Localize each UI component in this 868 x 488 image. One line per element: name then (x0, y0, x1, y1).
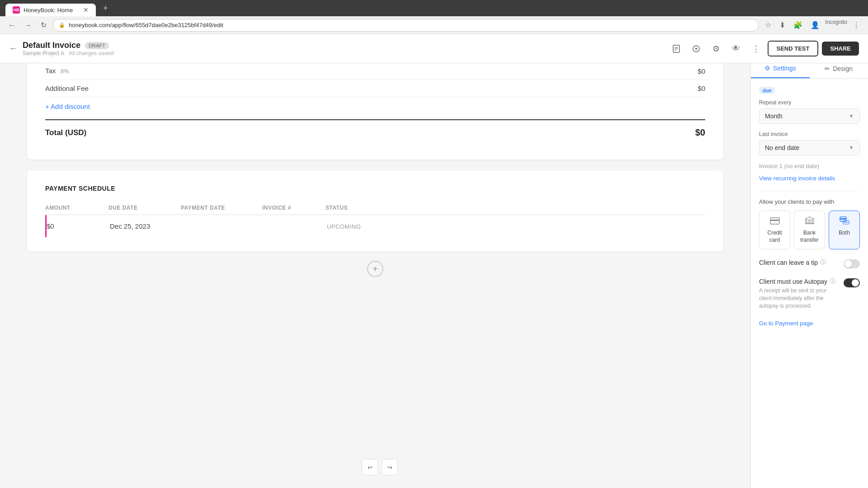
client-autopay-label-area: Client must use Autopay ⓘ A receipt will… (759, 277, 838, 310)
refresh-nav-btn[interactable]: ↻ (38, 19, 49, 31)
col-amount: AMOUNT (45, 205, 108, 211)
toggle-knob-autopay (852, 279, 859, 286)
last-invoice-value: No end date (765, 144, 799, 151)
add-section-button[interactable]: + (367, 261, 383, 277)
fees-section: Tax 8% $0 Additional Fee $0 + Add discou… (45, 62, 705, 145)
payment-option-bank-transfer[interactable]: Bank transfer (794, 211, 825, 249)
table-row: $0 Dec 25, 2023 UPCOMING (45, 215, 705, 237)
last-invoice-select[interactable]: No end date ▼ (759, 140, 860, 155)
both-icon (840, 216, 849, 227)
client-tip-row: Client can leave a tip ⓘ (759, 258, 860, 268)
client-autopay-toggle[interactable] (844, 278, 860, 287)
right-panel: × Invoice ⋯ ⚙ Settings ✏ Design due Repe… (750, 34, 868, 488)
credit-card-label: Credit card (763, 230, 786, 244)
extension-btn[interactable]: 🧩 (791, 19, 805, 31)
go-to-payment-link[interactable]: Go to Payment page (759, 320, 813, 327)
back-button[interactable]: ← (9, 44, 17, 53)
client-tip-label-area: Client can leave a tip ⓘ (759, 258, 838, 266)
design-tab-label: Design (833, 65, 853, 72)
repeat-every-select[interactable]: Month ▼ (759, 108, 860, 124)
client-autopay-row: Client must use Autopay ⓘ A receipt will… (759, 277, 860, 310)
col-invoice-num: INVOICE # (262, 205, 326, 211)
doc-subtitle: Sample Project A (23, 50, 64, 56)
incognito-label: Incognito (825, 19, 847, 31)
col-payment-date: PAYMENT DATE (181, 205, 262, 211)
client-tip-label: Client can leave a tip ⓘ (759, 258, 838, 266)
col-status: STATUS (326, 205, 705, 211)
row-amount: $0 (47, 222, 110, 230)
saved-text: All changes saved! (69, 50, 114, 56)
svg-rect-8 (809, 220, 810, 223)
settings-tab-label: Settings (773, 65, 796, 72)
add-discount-button[interactable]: + Add discount (45, 103, 90, 110)
tax-percent: 8% (61, 68, 69, 75)
invoice-fees-card: Tax 8% $0 Additional Fee $0 + Add discou… (27, 48, 723, 160)
invoice-info: Invoice 1 (no end date) (759, 163, 860, 169)
browser-toolbar: ← → ↻ 🔒 honeybook.com/app/flow/655d7dae0… (0, 16, 868, 34)
last-invoice-label: Last invoice (759, 131, 860, 137)
browser-tab[interactable]: HB HoneyBook: Home ✕ (5, 4, 96, 16)
client-tip-info-icon[interactable]: ⓘ (821, 258, 826, 266)
client-tip-toggle[interactable] (844, 259, 860, 268)
tab-favicon: HB (13, 6, 20, 14)
both-label: Both (839, 230, 850, 237)
canvas-area[interactable]: Tax 8% $0 Additional Fee $0 + Add discou… (0, 34, 750, 488)
repeat-every-arrow: ▼ (849, 113, 854, 119)
bookmark-btn[interactable]: ☆ (762, 19, 774, 31)
address-bar[interactable]: 🔒 honeybook.com/app/flow/655d7dae0e2be31… (53, 19, 759, 32)
row-status: UPCOMING (327, 222, 705, 230)
status-badge: UPCOMING (327, 223, 361, 230)
forward-nav-btn[interactable]: → (22, 19, 34, 31)
repeat-every-label: Repeat every (759, 99, 860, 106)
preview-icon-btn[interactable]: 👁 (728, 41, 744, 57)
tax-label: Tax 8% (45, 67, 69, 75)
share-button[interactable]: SHARE (822, 42, 859, 56)
draft-badge: DRAFT (85, 42, 109, 49)
last-invoice-field: Last invoice No end date ▼ (759, 131, 860, 155)
scroll-back-btn[interactable]: ↩ (362, 459, 378, 475)
col-due-date: DUE DATE (108, 205, 181, 211)
additional-fee-amount: $0 (698, 84, 705, 92)
tab-close-btn[interactable]: ✕ (83, 6, 89, 14)
profile-btn[interactable]: 👤 (808, 19, 822, 31)
credit-card-icon (770, 216, 780, 227)
scroll-forward-btn[interactable]: ↪ (382, 459, 398, 475)
svg-rect-6 (770, 220, 779, 221)
due-tag: due (759, 87, 775, 94)
settings-tab-icon: ⚙ (764, 65, 770, 72)
client-autopay-label: Client must use Autopay ⓘ (759, 277, 838, 285)
add-section-container: + (27, 252, 723, 286)
download-btn[interactable]: ⬇ (777, 19, 788, 31)
last-invoice-arrow: ▼ (849, 145, 854, 151)
send-test-button[interactable]: SEND TEST (768, 41, 819, 56)
menu-btn[interactable]: ⋮ (850, 19, 863, 31)
payment-option-credit-card[interactable]: Credit card (759, 211, 790, 249)
app-container: Tax 8% $0 Additional Fee $0 + Add discou… (0, 34, 868, 488)
schedule-table: AMOUNT DUE DATE PAYMENT DATE INVOICE # S… (45, 201, 705, 237)
repeat-every-value: Month (765, 113, 783, 120)
invoice-icon-btn[interactable] (668, 41, 684, 57)
view-recurring-link[interactable]: View recurring invoice details (759, 175, 860, 182)
schedule-header: AMOUNT DUE DATE PAYMENT DATE INVOICE # S… (45, 201, 705, 215)
allow-payment-label: Allow your clients to pay with (759, 198, 860, 205)
settings-icon-btn[interactable]: ⚙ (708, 41, 724, 57)
payment-option-both[interactable]: Both (829, 211, 860, 249)
toggle-knob (844, 260, 852, 267)
payment-schedule-card: PAYMENT SCHEDULE AMOUNT DUE DATE PAYMENT… (27, 170, 723, 252)
total-row: Total (USD) $0 (45, 119, 705, 145)
header-actions: ⚙ 👁 ⋮ SEND TEST SHARE (668, 41, 859, 57)
doc-title-area: Default Invoice DRAFT Sample Project A A… (23, 41, 114, 56)
section-title: PAYMENT SCHEDULE (45, 185, 705, 192)
row-due-date: Dec 25, 2023 (110, 222, 182, 230)
payment-options: Credit card Bank transfer Both (759, 211, 860, 249)
panel-content: due Repeat every Month ▼ Last invoice No… (751, 79, 868, 488)
back-nav-btn[interactable]: ← (5, 19, 18, 31)
magic-icon-btn[interactable] (688, 41, 704, 57)
lock-icon: 🔒 (59, 22, 65, 28)
more-icon-btn[interactable]: ⋮ (748, 41, 764, 57)
url-text: honeybook.com/app/flow/655d7dae0e2be3125… (69, 22, 223, 28)
new-tab-button[interactable]: + (99, 2, 112, 15)
bank-transfer-icon (805, 216, 815, 227)
autopay-info-icon[interactable]: ⓘ (830, 277, 835, 285)
tax-amount: $0 (698, 67, 705, 75)
